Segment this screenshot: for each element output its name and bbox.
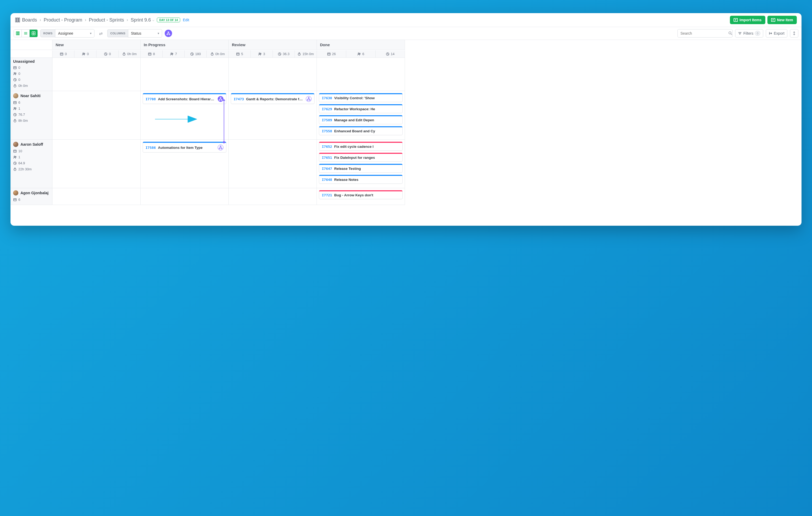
grid-icon	[32, 31, 35, 35]
board-cell[interactable]	[229, 188, 317, 205]
board-cell[interactable]: I7586Automations for Item Type	[141, 140, 229, 188]
board-card[interactable]: I7721Bug - Arrow Keys don't	[319, 190, 403, 199]
hierarchy-node-icon[interactable]	[218, 145, 224, 151]
board-card[interactable]: I7651Fix DateInput for ranges	[319, 153, 403, 162]
export-button[interactable]: Export	[766, 29, 787, 37]
export-label: Export	[774, 31, 784, 35]
svg-rect-1	[17, 18, 18, 22]
swap-axes-button[interactable]: ⇄	[97, 31, 105, 36]
card-title: Bug - Arrow Keys don't	[334, 193, 400, 197]
svg-rect-113	[13, 198, 17, 201]
view-kanban[interactable]	[14, 30, 22, 37]
hierarchy-button[interactable]	[165, 30, 172, 37]
columns-select[interactable]: Status	[128, 29, 162, 37]
row-header: Aaron Saloff10164.922h 30m	[10, 140, 53, 188]
board-cell[interactable]	[229, 57, 317, 91]
svg-rect-58	[327, 53, 330, 55]
svg-point-28	[84, 53, 85, 54]
card-title: Visibility Control: 'Show	[334, 96, 400, 100]
breadcrumb-level2[interactable]: Product - Sprints	[89, 17, 124, 23]
board-cell[interactable]	[141, 57, 229, 91]
stat-people: 7	[163, 50, 185, 57]
board-card[interactable]: I7630Visibility Control: 'Show	[319, 93, 403, 102]
row-stat-points: 64.9	[13, 160, 50, 166]
breadcrumb-root[interactable]: Boards	[15, 17, 37, 23]
row-assignee[interactable]: Agon Gjonbalaj	[13, 190, 50, 195]
board-card[interactable]: I7708Add Screenshots: Board Hierarchies	[143, 93, 226, 104]
new-item-button[interactable]: New Item	[767, 16, 797, 24]
filters-button[interactable]: Filters 0	[735, 29, 763, 37]
column-header[interactable]: New	[53, 40, 141, 50]
board-card[interactable]: I7586Automations for Item Type	[143, 142, 226, 153]
svg-line-18	[731, 34, 732, 35]
filter-icon	[738, 31, 742, 35]
svg-point-87	[220, 98, 221, 99]
svg-point-79	[15, 108, 16, 108]
svg-line-95	[308, 99, 309, 100]
expand-icon	[792, 31, 796, 35]
row-assignee[interactable]: Aaron Saloff	[13, 142, 50, 147]
import-items-button[interactable]: Import Items	[730, 16, 765, 24]
column-header[interactable]: In Progress	[141, 40, 229, 50]
board-cell[interactable]	[53, 91, 141, 140]
board-cell[interactable]: I7708Add Screenshots: Board Hierarchies	[141, 91, 229, 140]
row-assignee[interactable]: Noar Sahiti	[13, 93, 50, 99]
svg-rect-76	[13, 101, 17, 104]
avatar	[13, 93, 18, 99]
board-cell[interactable]: I7652Fix edit cycle cadence lI7651Fix Da…	[317, 140, 405, 188]
board-cell[interactable]	[53, 140, 141, 188]
board-card[interactable]: I7652Fix edit cycle cadence l	[319, 142, 403, 151]
row-assignee[interactable]: Unassigned	[13, 59, 50, 63]
board-card[interactable]: I7629Refactor Workspace: He	[319, 104, 403, 113]
svg-point-49	[259, 53, 260, 54]
board-card[interactable]: I7589Manage and Edit Depen	[319, 115, 403, 124]
board-cell[interactable]	[141, 188, 229, 205]
board-card[interactable]: I7647Release Testing	[319, 164, 403, 173]
expand-button[interactable]	[790, 29, 799, 37]
hierarchy-node-icon[interactable]	[306, 96, 312, 102]
edit-link[interactable]: Edit	[183, 18, 189, 22]
new-item-label: New Item	[777, 18, 793, 22]
board-card[interactable]: I7558Enhanced Board and Cy	[319, 126, 403, 135]
column-header[interactable]: Review	[229, 40, 317, 50]
search-input[interactable]	[680, 31, 726, 35]
svg-line-16	[168, 33, 169, 34]
view-switcher	[13, 29, 38, 37]
svg-rect-97	[13, 150, 17, 152]
new-item-icon	[771, 18, 775, 22]
view-list[interactable]	[22, 30, 30, 37]
kanban-icon	[16, 31, 20, 35]
avatar	[13, 142, 18, 147]
card-title: Enhanced Board and Cy	[334, 129, 400, 133]
breadcrumb: Boards › Product - Program › Product - S…	[15, 17, 189, 23]
breadcrumb-current[interactable]: Sprint 9.6 ⌵	[130, 17, 154, 23]
export-icon	[769, 31, 773, 35]
board-cell[interactable]	[53, 188, 141, 205]
view-grid[interactable]	[30, 30, 37, 37]
columns-label: COLUMNS	[107, 29, 128, 37]
svg-line-82	[15, 115, 16, 115]
board-cell[interactable]	[317, 57, 405, 91]
board-cell[interactable]: I7721Bug - Arrow Keys don't	[317, 188, 405, 205]
column-stats: 26614	[317, 50, 405, 58]
board-scroll[interactable]: NewIn ProgressReviewDone0000h 0m871800h …	[10, 40, 802, 226]
board-cell[interactable]	[229, 140, 317, 188]
svg-rect-36	[148, 53, 151, 55]
search-box[interactable]	[677, 29, 732, 37]
search-icon	[728, 31, 732, 36]
board-card[interactable]: I7473Gantt & Reports: Demonstrate from o…	[231, 93, 315, 104]
svg-point-92	[308, 98, 309, 99]
breadcrumb-level1[interactable]: Product - Program	[44, 17, 82, 23]
board-cell[interactable]: I7473Gantt & Reports: Demonstrate from o…	[229, 91, 317, 140]
board-card[interactable]: I7648Release Notes	[319, 175, 403, 184]
column-header[interactable]: Done	[317, 40, 405, 50]
rows-select[interactable]: Assignee	[55, 29, 94, 37]
board: NewIn ProgressReviewDone0000h 0m871800h …	[10, 40, 802, 226]
row-stat-time: 22h 30m	[13, 166, 50, 172]
import-items-label: Import Items	[740, 18, 762, 22]
board-cell[interactable]	[53, 57, 141, 91]
sprint-day-badge: DAY 13 OF 14	[157, 18, 180, 22]
column-stats: 871800h 0m	[141, 50, 229, 58]
card-id: I7648	[322, 178, 332, 182]
board-cell[interactable]: I7630Visibility Control: 'ShowI7629Refac…	[317, 91, 405, 140]
